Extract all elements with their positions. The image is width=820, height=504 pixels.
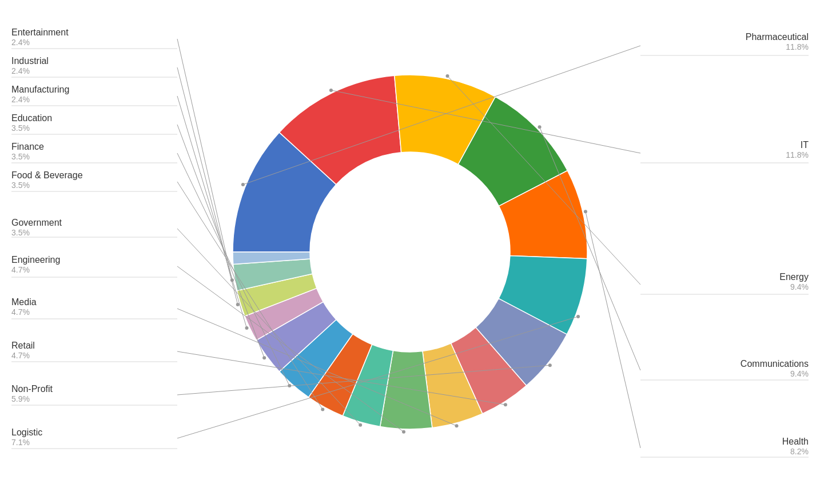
svg-point-9 [504,403,507,406]
label-non-profit: Non-Profit 5.9% [11,384,53,403]
label-education: Education 3.5% [11,113,52,133]
chart-container: Entertainment 2.4% Industrial 2.4% Manuf… [0,0,820,504]
label-food-beverage: Food & Beverage 3.5% [11,170,83,190]
svg-point-1 [236,303,240,306]
label-industrial: Industrial 2.4% [11,56,49,75]
svg-point-6 [359,423,362,427]
svg-point-5 [321,408,324,411]
label-government: Government 3.5% [11,218,62,237]
svg-point-15 [538,125,542,129]
svg-point-2 [245,326,249,330]
label-pharmaceutical: Pharmaceutical 11.8% [746,32,809,51]
svg-point-12 [241,183,245,186]
svg-point-16 [584,210,587,213]
label-health: Health 8.2% [782,437,809,456]
svg-point-14 [445,74,449,78]
svg-point-8 [455,424,459,427]
label-retail: Retail 4.7% [11,341,35,360]
label-media: Media 4.7% [11,297,37,317]
label-manufacturing: Manufacturing 2.4% [11,85,69,104]
svg-point-10 [548,363,552,367]
label-entertainment: Entertainment 2.4% [11,27,69,47]
label-engineering: Engineering 4.7% [11,255,60,274]
donut-chart-svg [0,0,820,504]
svg-point-13 [329,89,333,92]
label-communications: Communications 9.4% [741,359,809,378]
label-finance: Finance 3.5% [11,142,44,161]
svg-point-3 [262,356,266,359]
label-energy: Energy 9.4% [779,272,809,291]
svg-point-11 [576,315,580,318]
label-logistic: Logistic 7.1% [11,427,42,447]
svg-point-7 [402,430,405,434]
label-it: IT 11.8% [786,140,809,159]
